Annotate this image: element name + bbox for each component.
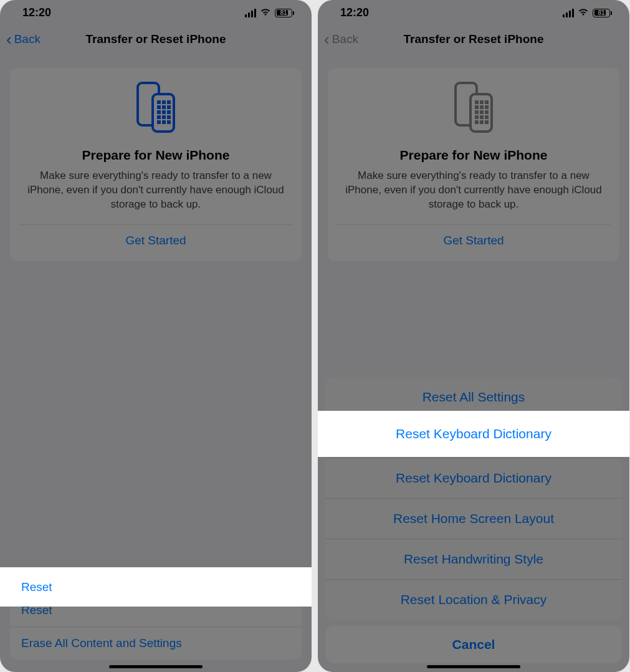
cellular-signal-icon: [563, 9, 575, 17]
chevron-left-icon: ‹: [324, 31, 330, 47]
svg-rect-5: [157, 105, 161, 109]
divider: [19, 224, 293, 225]
phones-icon: [21, 82, 290, 135]
card-title: Prepare for New iPhone: [21, 148, 290, 163]
svg-rect-12: [162, 115, 166, 119]
battery-icon: 81: [275, 9, 294, 17]
svg-rect-23: [480, 105, 484, 109]
wifi-icon: [260, 7, 271, 19]
get-started-button[interactable]: Get Started: [21, 234, 290, 247]
reset-home-screen-layout[interactable]: Reset Home Screen Layout: [325, 499, 622, 539]
card-description: Make sure everything's ready to transfer…: [21, 169, 290, 212]
svg-rect-9: [162, 110, 166, 114]
cellular-signal-icon: [245, 9, 257, 17]
svg-rect-22: [475, 105, 479, 109]
svg-rect-6: [162, 105, 166, 109]
card-description: Make sure everything's ready to transfer…: [339, 169, 608, 212]
reset-cell-highlight[interactable]: Reset: [0, 567, 312, 607]
card-title: Prepare for New iPhone: [339, 148, 608, 163]
back-button: ‹ Back: [324, 31, 358, 47]
svg-rect-19: [475, 100, 479, 104]
back-label: Back: [14, 32, 41, 46]
page-title: Transfer or Reset iPhone: [86, 32, 226, 46]
divider: [336, 224, 611, 225]
reset-keyboard-dictionary-highlight[interactable]: Reset Keyboard Dictionary: [318, 411, 629, 457]
status-time: 12:20: [340, 6, 369, 19]
reset-handwriting-style[interactable]: Reset Handwriting Style: [325, 539, 622, 580]
svg-rect-32: [480, 120, 484, 124]
reset-location-privacy[interactable]: Reset Location & Privacy: [325, 580, 622, 620]
svg-rect-33: [485, 120, 489, 124]
home-indicator[interactable]: [427, 665, 520, 668]
screen-transfer-reset: 12:20 81 ‹ Back Transfer or Reset iPhone: [0, 0, 312, 672]
content: Prepare for New iPhone Make sure everyth…: [0, 55, 312, 274]
svg-rect-8: [157, 110, 161, 114]
svg-rect-10: [167, 110, 171, 114]
svg-rect-24: [485, 105, 489, 109]
nav-bar: ‹ Back Transfer or Reset iPhone: [0, 23, 312, 55]
svg-rect-2: [157, 100, 161, 104]
svg-rect-16: [167, 120, 171, 124]
prepare-card: Prepare for New iPhone Make sure everyth…: [328, 68, 619, 261]
content: Prepare for New iPhone Make sure everyth…: [318, 55, 629, 274]
screen-reset-options: 12:20 81 ‹ Back Transfer or Reset iPhone: [318, 0, 629, 672]
svg-rect-28: [475, 115, 479, 119]
svg-rect-3: [162, 100, 166, 104]
erase-cell[interactable]: Erase All Content and Settings: [10, 627, 302, 660]
prepare-card: Prepare for New iPhone Make sure everyth…: [10, 68, 302, 261]
svg-rect-26: [480, 110, 484, 114]
status-right: 81: [563, 7, 613, 19]
nav-bar: ‹ Back Transfer or Reset iPhone: [318, 23, 629, 55]
status-bar: 12:20 81: [318, 0, 629, 23]
svg-rect-14: [157, 120, 161, 124]
svg-rect-21: [485, 100, 489, 104]
phones-icon: [339, 82, 608, 135]
status-bar: 12:20 81: [0, 0, 312, 23]
status-time: 12:20: [22, 6, 51, 19]
battery-icon: 81: [593, 9, 612, 17]
wifi-icon: [578, 7, 589, 19]
svg-rect-15: [162, 120, 166, 124]
svg-rect-4: [167, 100, 171, 104]
page-title: Transfer or Reset iPhone: [404, 32, 544, 46]
home-indicator[interactable]: [109, 665, 203, 668]
get-started-button[interactable]: Get Started: [339, 234, 608, 247]
svg-rect-27: [485, 110, 489, 114]
svg-rect-31: [475, 120, 479, 124]
svg-rect-30: [485, 115, 489, 119]
back-label: Back: [332, 32, 358, 46]
svg-rect-7: [167, 105, 171, 109]
cancel-button[interactable]: Cancel: [325, 626, 622, 663]
svg-rect-29: [480, 115, 484, 119]
svg-rect-13: [167, 115, 171, 119]
svg-rect-11: [157, 115, 161, 119]
status-right: 81: [245, 7, 295, 19]
chevron-left-icon: ‹: [6, 31, 12, 47]
svg-rect-20: [480, 100, 484, 104]
svg-rect-25: [475, 110, 479, 114]
reset-keyboard-dictionary[interactable]: Reset Keyboard Dictionary: [325, 458, 622, 499]
back-button[interactable]: ‹ Back: [6, 31, 41, 47]
